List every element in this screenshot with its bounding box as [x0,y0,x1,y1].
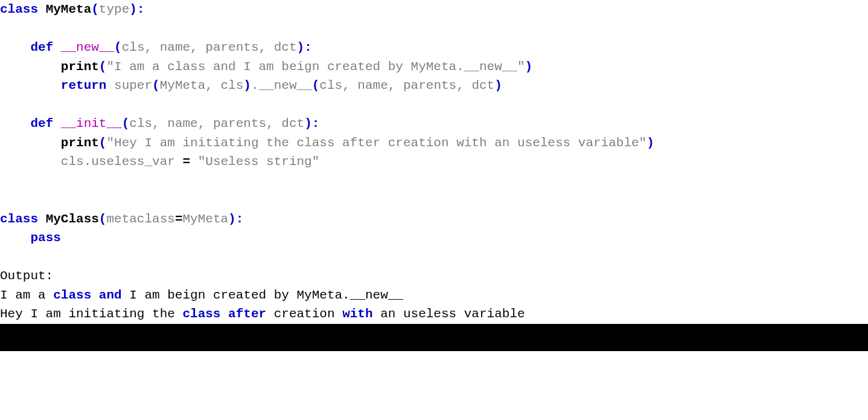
black-bar [0,324,868,351]
class-name: MyMeta [46,2,92,16]
keyword-class: class [0,212,38,226]
output-text [220,307,228,321]
paren-close: ) [494,79,502,92]
base-class: type [99,2,129,16]
keyword-return: return [61,79,107,92]
lhs: cls.useless_var [61,155,175,169]
assign-op: = [182,155,190,169]
metaclass-val: MyMeta [182,212,228,226]
code-block: class MyMeta(type): def __new__(cls, nam… [0,0,868,324]
paren-close: ) [129,2,137,16]
paren-close: ) [297,40,305,54]
dot: . [251,79,259,92]
params: cls, name, parents, dct [129,117,304,131]
output-text [91,288,99,302]
output-keyword: after [228,307,266,321]
paren-close: ) [243,79,251,92]
paren-open: ( [152,79,160,92]
string-literal: "I am a class and I am beign created by … [106,60,525,74]
keyword-def: def [30,117,53,131]
output-text: Hey I am initiating the [0,307,182,321]
colon: : [236,212,244,226]
params: cls, name, parents, dct [122,40,297,54]
super-fn: super [114,79,152,92]
paren-open: ( [99,60,107,74]
output-keyword: class [182,307,220,321]
paren-open: ( [99,212,107,226]
dunder-attr: __new__ [259,79,312,92]
paren-open: ( [114,40,122,54]
dunder-init: __init__ [61,117,122,131]
output-text: I am beign created by MyMeta.__new__ [122,288,403,302]
class-name: MyClass [46,212,99,226]
dunder-new: __new__ [61,40,114,54]
paren-close: ) [304,117,312,131]
keyword-pass: pass [30,231,60,245]
output-text: I am a [0,288,53,302]
args: MyMeta, cls [160,79,244,92]
string-literal: "Useless string" [198,155,320,169]
paren-close: ) [525,60,533,74]
args: cls, name, parents, dct [319,79,494,92]
print-fn: print [61,60,99,74]
assign-op: = [175,212,183,226]
paren-close: ) [228,212,236,226]
output-keyword: and [99,288,122,302]
paren-open: ( [91,2,99,16]
colon: : [304,40,312,54]
output-text: creation [266,307,342,321]
print-fn: print [61,136,99,150]
metaclass-key: metaclass [106,212,174,226]
output-keyword: class [53,288,91,302]
paren-open: ( [122,117,130,131]
output-label: Output: [0,269,53,283]
keyword-class: class [0,2,38,16]
string-literal: "Hey I am initiating the class after cre… [106,136,646,150]
paren-open: ( [99,136,107,150]
colon: : [137,2,145,16]
output-keyword: with [342,307,372,321]
keyword-def: def [30,40,53,54]
output-text: an useless variable [373,307,525,321]
colon: : [312,117,320,131]
paren-open: ( [312,79,320,92]
paren-close: ) [646,136,654,150]
